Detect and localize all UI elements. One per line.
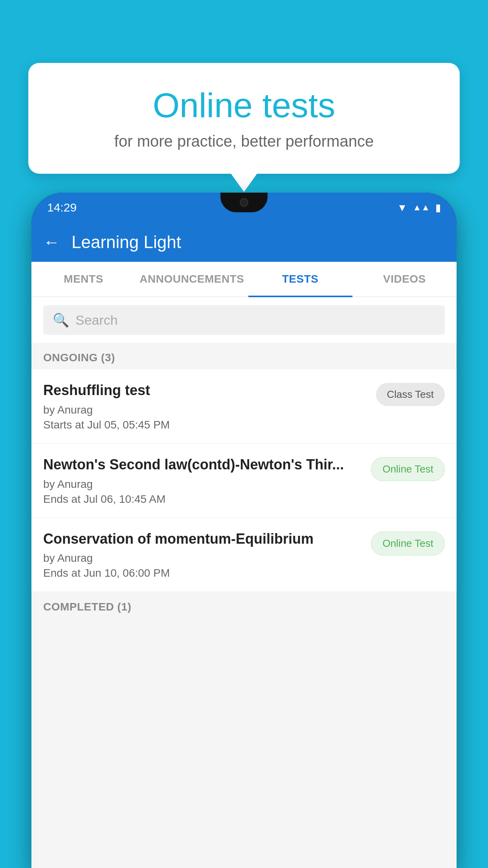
back-button[interactable]: ← [43, 233, 60, 252]
test-item-3[interactable]: Conservation of momentum-Equilibrium by … [31, 518, 457, 592]
test-date-3: Ends at Jun 10, 06:00 PM [43, 567, 363, 579]
phone-inner: MENTS ANNOUNCEMENTS TESTS VIDEOS 🔍 Searc… [31, 262, 457, 868]
phone-content: 🔍 Search ONGOING (3) Reshuffling test by… [31, 297, 457, 868]
status-bar: 14:29 ▼ ▲▲ ▮ [31, 193, 457, 223]
search-input-wrapper[interactable]: 🔍 Search [43, 305, 445, 335]
badge-online-test-2: Online Test [371, 457, 445, 481]
completed-section-header: COMPLETED (1) [31, 592, 457, 619]
status-time: 14:29 [47, 201, 77, 214]
badge-class-test-1: Class Test [376, 383, 445, 406]
search-placeholder: Search [75, 313, 118, 328]
test-date-1: Starts at Jul 05, 05:45 PM [43, 419, 368, 431]
tab-tests[interactable]: TESTS [248, 262, 352, 296]
test-author-3: by Anurag [43, 552, 363, 565]
test-author-1: by Anurag [43, 404, 368, 416]
test-author-2: by Anurag [43, 478, 363, 491]
signal-icon: ▲▲ [413, 202, 430, 213]
notch [220, 193, 268, 212]
badge-online-test-3: Online Test [371, 531, 445, 555]
app-bar: ← Learning Light [31, 223, 457, 262]
search-icon: 🔍 [53, 312, 69, 328]
search-bar: 🔍 Search [31, 297, 457, 343]
test-name-3: Conservation of momentum-Equilibrium [43, 530, 363, 548]
speech-bubble: Online tests for more practice, better p… [28, 63, 460, 174]
ongoing-section-header: ONGOING (3) [31, 343, 457, 370]
wifi-icon: ▼ [397, 202, 407, 214]
test-name-1: Reshuffling test [43, 381, 368, 400]
bubble-title: Online tests [48, 86, 440, 125]
test-date-2: Ends at Jul 06, 10:45 AM [43, 493, 363, 506]
test-info-2: Newton's Second law(contd)-Newton's Thir… [43, 456, 371, 506]
tab-videos[interactable]: VIDEOS [352, 262, 457, 296]
battery-icon: ▮ [435, 202, 441, 214]
camera-dot [240, 198, 248, 207]
tab-announcements[interactable]: ANNOUNCEMENTS [136, 262, 248, 296]
status-icons: ▼ ▲▲ ▮ [397, 202, 441, 214]
test-name-2: Newton's Second law(contd)-Newton's Thir… [43, 456, 363, 474]
tabs-bar: MENTS ANNOUNCEMENTS TESTS VIDEOS [31, 262, 457, 297]
test-item-2[interactable]: Newton's Second law(contd)-Newton's Thir… [31, 444, 457, 517]
test-info-1: Reshuffling test by Anurag Starts at Jul… [43, 381, 376, 431]
test-item-1[interactable]: Reshuffling test by Anurag Starts at Jul… [31, 370, 457, 443]
test-info-3: Conservation of momentum-Equilibrium by … [43, 530, 371, 580]
tab-ments[interactable]: MENTS [31, 262, 136, 296]
bubble-subtitle: for more practice, better performance [48, 132, 440, 150]
phone-frame: 14:29 ▼ ▲▲ ▮ ← Learning Light MENTS ANNO… [31, 193, 457, 868]
app-title: Learning Light [72, 232, 181, 252]
